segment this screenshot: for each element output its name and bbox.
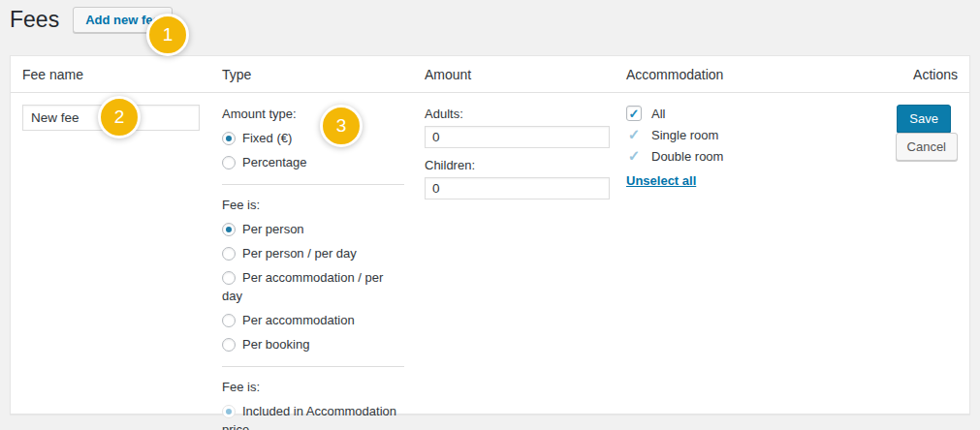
page-title: Fees <box>10 6 59 34</box>
radio-option-per-person[interactable]: Per person <box>222 220 406 238</box>
radio-icon-per-person[interactable] <box>222 223 236 236</box>
children-amount-input[interactable] <box>425 177 610 200</box>
children-label: Children: <box>425 158 603 172</box>
fee-application-label: Fee is: <box>222 380 406 394</box>
fees-table: Fee name Type Amount Accommodation Actio… <box>10 55 970 415</box>
radio-label-per-booking: Per booking <box>242 337 309 352</box>
radio-option-included-in-price[interactable]: Included in Accommodation price <box>222 402 406 430</box>
section-divider <box>222 184 404 185</box>
section-divider <box>222 366 404 367</box>
checkbox-checked-icon[interactable]: ✓ <box>626 106 642 121</box>
checkbox-option-single-room[interactable]: ✓ Single room <box>626 127 823 142</box>
column-header-accommodation: Accommodation <box>615 56 835 92</box>
cell-type: Amount type: Fixed (€) Percentage Fee is… <box>210 93 413 430</box>
radio-icon-per-accommodation-per-day[interactable] <box>222 271 236 285</box>
radio-label-per-person-per-day: Per person / per day <box>242 246 357 261</box>
radio-option-per-accommodation[interactable]: Per accommodation <box>222 311 406 329</box>
check-light-icon[interactable]: ✓ <box>626 148 642 164</box>
cancel-button[interactable]: Cancel <box>896 133 958 161</box>
checkbox-option-double-room[interactable]: ✓ Double room <box>626 148 823 164</box>
radio-option-percentage[interactable]: Percentage <box>222 153 406 171</box>
checkbox-label-all: All <box>651 107 665 121</box>
checkbox-label-single-room: Single room <box>651 128 718 142</box>
table-header-row: Fee name Type Amount Accommodation Actio… <box>11 56 969 93</box>
column-header-actions: Actions <box>835 56 969 92</box>
column-header-fee-name: Fee name <box>11 56 210 92</box>
cell-accommodation: ✓ All ✓ Single room ✓ Double room Unsele… <box>615 93 835 430</box>
radio-label-per-accommodation: Per accommodation <box>242 313 355 327</box>
column-header-amount: Amount <box>413 56 615 92</box>
annotation-badge-3: 3 <box>320 105 363 147</box>
radio-icon-per-booking[interactable] <box>222 338 236 352</box>
unselect-all-link[interactable]: Unselect all <box>626 173 696 188</box>
cell-actions: Save Cancel <box>835 93 969 430</box>
radio-icon-fixed[interactable] <box>222 132 236 145</box>
radio-label-per-accommodation-per-day: Per accommodation / per day <box>222 270 383 303</box>
amount-type-label: Amount type: <box>222 107 406 121</box>
radio-icon-per-accommodation[interactable] <box>222 314 236 327</box>
cell-fee-name <box>11 93 210 430</box>
annotation-badge-2: 2 <box>98 96 141 138</box>
radio-option-fixed[interactable]: Fixed (€) <box>222 129 406 147</box>
radio-label-fixed: Fixed (€) <box>242 131 292 145</box>
fee-basis-label: Fee is: <box>222 198 406 212</box>
radio-icon-per-person-per-day[interactable] <box>222 247 236 261</box>
radio-label-per-person: Per person <box>242 222 304 236</box>
radio-option-per-person-per-day[interactable]: Per person / per day <box>222 244 406 262</box>
table-row: Amount type: Fixed (€) Percentage Fee is… <box>11 93 969 430</box>
save-button[interactable]: Save <box>897 105 951 133</box>
checkbox-option-all[interactable]: ✓ All <box>626 106 823 121</box>
checkbox-label-double-room: Double room <box>651 149 723 164</box>
radio-icon-included-in-price[interactable] <box>222 405 236 418</box>
radio-option-per-booking[interactable]: Per booking <box>222 335 406 353</box>
annotation-badge-1: 1 <box>146 14 189 56</box>
radio-label-percentage: Percentage <box>242 155 307 169</box>
adults-amount-input[interactable] <box>425 126 610 148</box>
cell-amount: Adults: Children: <box>413 93 615 430</box>
radio-icon-percentage[interactable] <box>222 156 236 169</box>
adults-label: Adults: <box>425 107 603 121</box>
check-light-icon[interactable]: ✓ <box>626 127 642 142</box>
radio-label-included-in-price: Included in Accommodation price <box>222 404 396 430</box>
radio-option-per-accommodation-per-day[interactable]: Per accommodation / per day <box>222 268 406 305</box>
column-header-type: Type <box>210 56 413 92</box>
